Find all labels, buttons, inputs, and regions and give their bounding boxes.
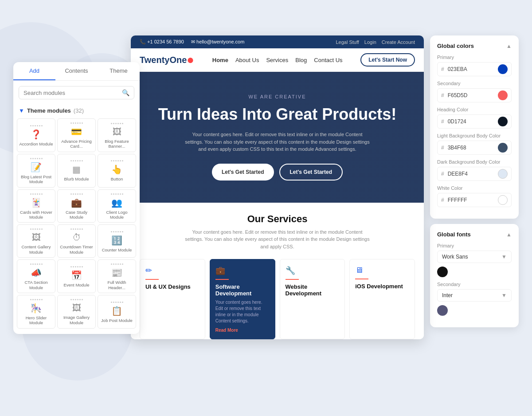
nav-contact[interactable]: Contact Us — [314, 57, 342, 63]
logo-one: One — [169, 55, 187, 65]
hero-btn-outline[interactable]: Let's Get Started — [279, 164, 343, 181]
ios-name: iOS Development — [355, 283, 409, 290]
module-job-post[interactable]: 📋 Job Post Module — [98, 295, 136, 329]
software-name: Software Development — [215, 283, 270, 297]
software-line — [215, 279, 229, 280]
tab-add[interactable]: Add — [13, 62, 55, 80]
module-content-gallery[interactable]: 🖼 Content Gallery Module — [17, 224, 55, 258]
heading-hex: 0D1724 — [448, 118, 494, 125]
topbar-create-account[interactable]: Create Account — [382, 39, 415, 45]
secondary-swatch[interactable] — [498, 90, 508, 100]
module-cards-hover[interactable]: 🃏 Cards with Hover Module — [17, 189, 55, 223]
color-light-bg: Light Background Body Color # 3B4F68 — [437, 133, 512, 155]
topbar-legal[interactable]: Legal Stuff — [336, 39, 359, 45]
global-colors-panel: Global colors ▲ Primary # 023EBA Seconda… — [430, 35, 519, 219]
color-secondary: Secondary # F65D5D — [437, 81, 512, 102]
secondary-label: Secondary — [437, 81, 512, 86]
primary-value[interactable]: # 023EBA — [437, 62, 512, 76]
module-counter[interactable]: 🔢 Counter Module — [98, 224, 136, 258]
software-text: Your content goes here. Edit or remove t… — [215, 299, 270, 324]
secondary-value[interactable]: # F65D5D — [437, 88, 512, 102]
module-full-width[interactable]: 📰 Full Width Header... — [98, 259, 136, 293]
dark-bg-label: Dark Background Body Color — [437, 159, 512, 165]
dark-bg-hex: DEE8F4 — [448, 171, 494, 177]
theme-modules-header[interactable]: ▼ Theme modules (32) — [13, 105, 140, 117]
light-bg-value[interactable]: # 3B4F68 — [437, 141, 512, 155]
ios-line — [355, 279, 368, 279]
preview-topbar: 📞 +1 0234 56 7890 ✉ hello@twentyone.com … — [131, 35, 424, 48]
heading-swatch[interactable] — [498, 117, 508, 126]
preview-nav: Twenty One ● Home About Us Services Blog… — [131, 48, 424, 72]
light-bg-label: Light Background Body Color — [437, 133, 512, 138]
font-primary-color-swatch[interactable] — [437, 267, 448, 277]
fonts-chevron-up-icon[interactable]: ▲ — [506, 232, 512, 238]
nav-cta-button[interactable]: Let's Start Now — [360, 53, 415, 67]
color-white: White Color # FFFFFF — [437, 185, 512, 207]
module-blurb[interactable]: ▦ Blurb Module — [57, 154, 96, 188]
global-colors-title: Global colors ▲ — [437, 43, 512, 49]
nav-about[interactable]: About Us — [235, 57, 259, 63]
nav-logo: Twenty One ● — [140, 53, 194, 67]
topbar-right: Legal Stuff Login Create Account — [336, 39, 415, 45]
case-study-icon: 💼 — [71, 197, 82, 208]
nav-home[interactable]: Home — [212, 57, 228, 63]
topbar-login[interactable]: Login — [364, 39, 376, 45]
font-secondary-value: Inter — [442, 292, 453, 298]
services-description: Your content goes here. Edit or remove t… — [184, 228, 371, 251]
button-icon: 👆 — [111, 164, 122, 175]
module-client-logo[interactable]: 👥 Client Logo Module — [98, 189, 136, 223]
font-primary-item: Primary Work Sans ▼ — [437, 243, 512, 277]
light-bg-swatch[interactable] — [498, 143, 508, 153]
font-secondary-select[interactable]: Inter ▼ — [437, 289, 512, 302]
tab-theme[interactable]: Theme — [98, 62, 140, 80]
module-case-study[interactable]: 💼 Case Study Module — [57, 189, 96, 223]
white-label: White Color — [437, 185, 512, 191]
module-countdown[interactable]: ⏱ Countdown Timer Module — [57, 224, 96, 258]
chevron-up-icon[interactable]: ▲ — [506, 43, 512, 49]
tab-contents[interactable]: Contents — [55, 62, 98, 80]
heading-value[interactable]: # 0D1724 — [437, 114, 512, 129]
module-pricing[interactable]: 💳 Advance Pricing Card... — [57, 118, 96, 152]
module-blog-post[interactable]: 📝 Blog Latest Post Module — [17, 154, 55, 188]
logo-dot: ● — [187, 53, 194, 67]
job-post-icon: 📋 — [111, 306, 122, 316]
service-card-ios: 🖥 iOS Development — [349, 259, 415, 339]
module-hero-slider[interactable]: 🎠 Hero Slider Module — [17, 295, 55, 329]
ios-icon: 🖥 — [355, 266, 409, 275]
module-event[interactable]: 📅 Event Module — [57, 259, 96, 293]
nav-blog[interactable]: Blog — [295, 57, 307, 63]
dark-bg-value[interactable]: # DEE8F4 — [437, 167, 512, 181]
module-blog-banner[interactable]: 🖼 Blog Feature Banner... — [98, 118, 136, 152]
nav-services[interactable]: Services — [266, 57, 288, 63]
search-input[interactable] — [23, 90, 122, 96]
hero-slider-icon: 🎠 — [31, 303, 42, 314]
search-bar[interactable]: 🔍 — [19, 86, 134, 99]
preview-hero: WE ARE CREATIVE Turn Ideas Into Great Pr… — [131, 72, 424, 203]
module-button[interactable]: 👆 Button — [98, 154, 136, 188]
font-primary-select[interactable]: Work Sans ▼ — [437, 251, 512, 263]
main-container: Add Contents Theme 🔍 ▼ Theme modules (32… — [13, 35, 519, 389]
white-swatch[interactable] — [498, 195, 508, 205]
heading-label: Heading Color — [437, 107, 512, 112]
countdown-icon: ⏱ — [72, 232, 81, 243]
hero-btn-primary[interactable]: Let's Get Started — [212, 164, 274, 181]
preview-services: Our Services Your content goes here. Edi… — [131, 203, 424, 340]
event-icon: 📅 — [71, 270, 82, 281]
module-image-gallery[interactable]: 🖼 Image Gallery Module — [57, 295, 96, 329]
cards-hover-icon: 🃏 — [31, 197, 42, 208]
dark-bg-swatch[interactable] — [498, 169, 508, 179]
global-fonts-panel: Global fonts ▲ Primary Work Sans ▼ Secon… — [430, 224, 519, 327]
font-secondary-color-swatch[interactable] — [437, 305, 448, 316]
secondary-hex: F65D5D — [448, 92, 494, 98]
hero-subtitle: WE ARE CREATIVE — [248, 94, 306, 99]
hero-buttons: Let's Get Started Let's Get Started — [212, 164, 343, 181]
topbar-email: ✉ hello@twentyone.com — [191, 39, 244, 45]
secondary-chevron-down-icon: ▼ — [501, 292, 507, 298]
software-read-more[interactable]: Read More — [215, 328, 270, 333]
module-cta[interactable]: 📣 CTA Section Module — [17, 259, 55, 293]
module-accordion[interactable]: ❓ Accordion Module — [17, 118, 55, 152]
white-value[interactable]: # FFFFFF — [437, 193, 512, 207]
sidebar-tabs: Add Contents Theme — [13, 62, 140, 81]
primary-swatch[interactable] — [498, 64, 508, 74]
service-card-software: 💼 Software Development Your content goes… — [210, 259, 275, 339]
